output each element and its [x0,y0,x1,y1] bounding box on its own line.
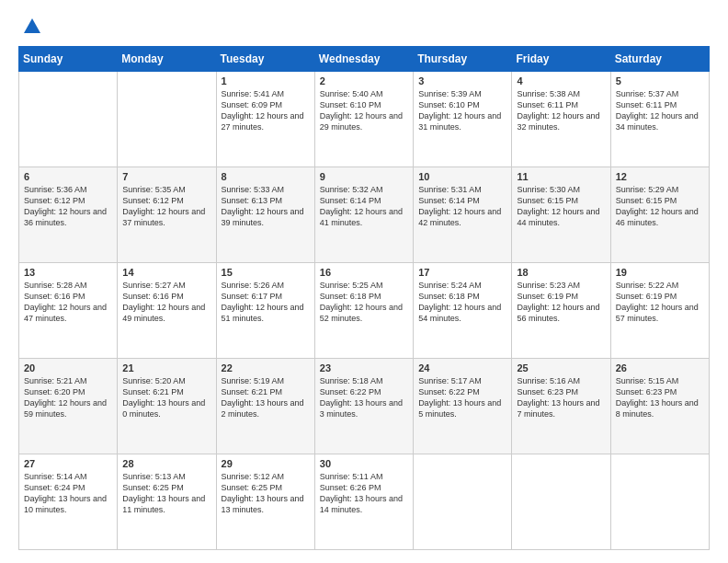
day-number: 2 [320,75,408,86]
day-info: Sunrise: 5:21 AM Sunset: 6:20 PM Dayligh… [24,375,112,420]
calendar-cell: 18Sunrise: 5:23 AM Sunset: 6:19 PM Dayli… [512,263,610,359]
day-number: 7 [122,171,210,182]
day-info: Sunrise: 5:13 AM Sunset: 6:25 PM Dayligh… [122,471,210,516]
day-number: 27 [24,458,112,469]
day-number: 22 [222,362,310,373]
day-number: 12 [616,171,704,182]
page-header [18,17,710,37]
day-info: Sunrise: 5:41 AM Sunset: 6:09 PM Dayligh… [222,88,310,133]
day-info: Sunrise: 5:15 AM Sunset: 6:23 PM Dayligh… [616,375,704,420]
calendar-cell: 3Sunrise: 5:39 AM Sunset: 6:10 PM Daylig… [414,72,512,167]
day-number: 21 [122,362,210,373]
calendar-cell: 7Sunrise: 5:35 AM Sunset: 6:12 PM Daylig… [118,167,216,263]
calendar-cell [512,454,610,550]
day-info: Sunrise: 5:19 AM Sunset: 6:21 PM Dayligh… [222,375,310,420]
calendar-cell: 16Sunrise: 5:25 AM Sunset: 6:18 PM Dayli… [314,263,413,359]
logo [18,17,42,37]
calendar-cell: 22Sunrise: 5:19 AM Sunset: 6:21 PM Dayli… [216,359,314,454]
calendar-week-row: 27Sunrise: 5:14 AM Sunset: 6:24 PM Dayli… [19,454,710,550]
day-info: Sunrise: 5:40 AM Sunset: 6:10 PM Dayligh… [320,88,408,133]
calendar-cell: 20Sunrise: 5:21 AM Sunset: 6:20 PM Dayli… [19,359,118,454]
day-info: Sunrise: 5:38 AM Sunset: 6:11 PM Dayligh… [517,88,605,133]
day-number: 19 [616,267,704,278]
day-number: 23 [320,362,408,373]
day-number: 26 [616,362,704,373]
weekday-header-thursday: Thursday [414,47,512,72]
weekday-header-saturday: Saturday [610,47,709,72]
day-info: Sunrise: 5:12 AM Sunset: 6:25 PM Dayligh… [222,471,310,516]
calendar-cell: 23Sunrise: 5:18 AM Sunset: 6:22 PM Dayli… [314,359,413,454]
calendar-cell [19,72,118,167]
day-number: 6 [24,171,112,182]
calendar-cell: 30Sunrise: 5:11 AM Sunset: 6:26 PM Dayli… [314,454,413,550]
calendar-cell: 24Sunrise: 5:17 AM Sunset: 6:22 PM Dayli… [414,359,512,454]
day-info: Sunrise: 5:22 AM Sunset: 6:19 PM Dayligh… [616,280,704,325]
day-number: 1 [222,75,310,86]
calendar-cell: 29Sunrise: 5:12 AM Sunset: 6:25 PM Dayli… [216,454,314,550]
calendar-cell: 13Sunrise: 5:28 AM Sunset: 6:16 PM Dayli… [19,263,118,359]
day-info: Sunrise: 5:36 AM Sunset: 6:12 PM Dayligh… [24,184,112,229]
day-info: Sunrise: 5:33 AM Sunset: 6:13 PM Dayligh… [222,184,310,229]
calendar-week-row: 13Sunrise: 5:28 AM Sunset: 6:16 PM Dayli… [19,263,710,359]
weekday-header-tuesday: Tuesday [216,47,314,72]
calendar-cell: 12Sunrise: 5:29 AM Sunset: 6:15 PM Dayli… [610,167,709,263]
calendar-cell: 25Sunrise: 5:16 AM Sunset: 6:23 PM Dayli… [512,359,610,454]
calendar-week-row: 1Sunrise: 5:41 AM Sunset: 6:09 PM Daylig… [19,72,710,167]
calendar-cell: 26Sunrise: 5:15 AM Sunset: 6:23 PM Dayli… [610,359,709,454]
day-number: 29 [222,458,310,469]
day-info: Sunrise: 5:11 AM Sunset: 6:26 PM Dayligh… [320,471,408,516]
calendar-cell [414,454,512,550]
day-info: Sunrise: 5:35 AM Sunset: 6:12 PM Dayligh… [122,184,210,229]
day-info: Sunrise: 5:20 AM Sunset: 6:21 PM Dayligh… [122,375,210,420]
day-info: Sunrise: 5:24 AM Sunset: 6:18 PM Dayligh… [418,280,506,325]
weekday-header-wednesday: Wednesday [314,47,413,72]
day-info: Sunrise: 5:14 AM Sunset: 6:24 PM Dayligh… [24,471,112,516]
day-info: Sunrise: 5:27 AM Sunset: 6:16 PM Dayligh… [122,280,210,325]
calendar-cell: 9Sunrise: 5:32 AM Sunset: 6:14 PM Daylig… [314,167,413,263]
calendar-cell: 19Sunrise: 5:22 AM Sunset: 6:19 PM Dayli… [610,263,709,359]
weekday-header-friday: Friday [512,47,610,72]
day-info: Sunrise: 5:28 AM Sunset: 6:16 PM Dayligh… [24,280,112,325]
calendar-cell: 2Sunrise: 5:40 AM Sunset: 6:10 PM Daylig… [314,72,413,167]
calendar-cell: 11Sunrise: 5:30 AM Sunset: 6:15 PM Dayli… [512,167,610,263]
day-info: Sunrise: 5:25 AM Sunset: 6:18 PM Dayligh… [320,280,408,325]
logo-icon [22,17,42,37]
calendar-cell: 6Sunrise: 5:36 AM Sunset: 6:12 PM Daylig… [19,167,118,263]
calendar-table: SundayMondayTuesdayWednesdayThursdayFrid… [18,46,710,550]
calendar-cell: 28Sunrise: 5:13 AM Sunset: 6:25 PM Dayli… [118,454,216,550]
calendar-cell: 10Sunrise: 5:31 AM Sunset: 6:14 PM Dayli… [414,167,512,263]
calendar-week-row: 20Sunrise: 5:21 AM Sunset: 6:20 PM Dayli… [19,359,710,454]
svg-marker-0 [24,18,40,33]
calendar-cell [118,72,216,167]
day-info: Sunrise: 5:39 AM Sunset: 6:10 PM Dayligh… [418,88,506,133]
day-number: 9 [320,171,408,182]
day-number: 10 [418,171,506,182]
calendar-cell: 14Sunrise: 5:27 AM Sunset: 6:16 PM Dayli… [118,263,216,359]
day-number: 24 [418,362,506,373]
day-number: 15 [222,267,310,278]
day-info: Sunrise: 5:16 AM Sunset: 6:23 PM Dayligh… [517,375,605,420]
day-info: Sunrise: 5:37 AM Sunset: 6:11 PM Dayligh… [616,88,704,133]
calendar-cell [610,454,709,550]
day-info: Sunrise: 5:32 AM Sunset: 6:14 PM Dayligh… [320,184,408,229]
day-number: 18 [517,267,605,278]
calendar-week-row: 6Sunrise: 5:36 AM Sunset: 6:12 PM Daylig… [19,167,710,263]
day-info: Sunrise: 5:30 AM Sunset: 6:15 PM Dayligh… [517,184,605,229]
day-info: Sunrise: 5:31 AM Sunset: 6:14 PM Dayligh… [418,184,506,229]
day-number: 5 [616,75,704,86]
day-info: Sunrise: 5:29 AM Sunset: 6:15 PM Dayligh… [616,184,704,229]
day-number: 8 [222,171,310,182]
day-number: 3 [418,75,506,86]
day-info: Sunrise: 5:26 AM Sunset: 6:17 PM Dayligh… [222,280,310,325]
weekday-header-monday: Monday [118,47,216,72]
weekday-header-sunday: Sunday [19,47,118,72]
day-number: 17 [418,267,506,278]
calendar-cell: 27Sunrise: 5:14 AM Sunset: 6:24 PM Dayli… [19,454,118,550]
day-number: 25 [517,362,605,373]
calendar-cell: 17Sunrise: 5:24 AM Sunset: 6:18 PM Dayli… [414,263,512,359]
day-number: 4 [517,75,605,86]
calendar-cell: 5Sunrise: 5:37 AM Sunset: 6:11 PM Daylig… [610,72,709,167]
calendar-cell: 21Sunrise: 5:20 AM Sunset: 6:21 PM Dayli… [118,359,216,454]
calendar-cell: 15Sunrise: 5:26 AM Sunset: 6:17 PM Dayli… [216,263,314,359]
day-info: Sunrise: 5:23 AM Sunset: 6:19 PM Dayligh… [517,280,605,325]
